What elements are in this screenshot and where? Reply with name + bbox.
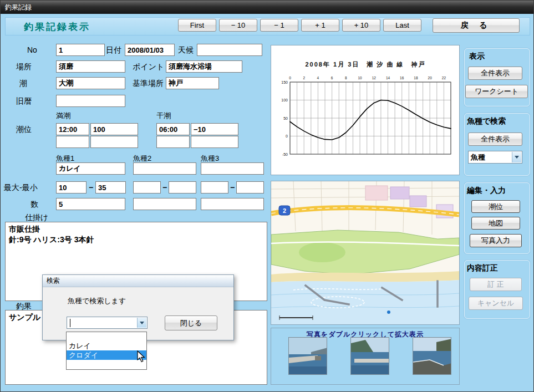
dropdown-option-kurodai[interactable]: クロダイ [67, 350, 146, 360]
tide-chart-title: 2008年 1月 3日 潮 汐 曲 線 神戸 [306, 61, 426, 68]
photo-thumbnail-1[interactable] [288, 337, 327, 375]
photo1-image [289, 338, 327, 375]
tide-level-label: 潮位 [16, 125, 32, 135]
min3-input[interactable] [201, 181, 228, 194]
map-district-purple2 [410, 196, 426, 207]
place-input[interactable] [56, 60, 125, 73]
svg-text:0: 0 [289, 76, 291, 80]
search-dialog-message: 魚種で検索します [68, 296, 126, 306]
svg-text:10: 10 [358, 76, 362, 80]
high-tide-time2-input[interactable] [56, 136, 89, 148]
search-show-all-button[interactable]: 全件表示 [468, 133, 522, 146]
min1-input[interactable] [56, 181, 87, 194]
photo-thumbnail-3[interactable] [413, 337, 451, 375]
route-2-shield: 2 [279, 206, 290, 215]
point-input[interactable] [166, 60, 242, 73]
place-label: 場所 [16, 62, 32, 72]
count3-input[interactable] [201, 198, 264, 210]
species2-input[interactable] [133, 162, 196, 175]
route-2-shield-number: 2 [283, 207, 286, 214]
low-tide-level-input[interactable] [191, 123, 238, 135]
edit-photo-button[interactable]: 写真入力 [470, 234, 522, 247]
minmax-dash2: − [162, 183, 167, 192]
svg-text:150: 150 [281, 80, 288, 84]
search-dialog-title: 検索 [47, 276, 60, 286]
low-tide-level2-input[interactable] [191, 136, 238, 148]
count1-input[interactable] [56, 198, 125, 210]
count2-input[interactable] [133, 198, 196, 210]
map-marker-dot [387, 310, 390, 314]
nav-minus10-button[interactable]: − 10 [219, 19, 257, 32]
high-tide-time-input[interactable] [56, 123, 89, 135]
date-label: 日付 [106, 45, 121, 55]
max3-input[interactable] [236, 181, 264, 194]
tide-chart-svg: 2008年 1月 3日 潮 汐 曲 線 神戸 150100500-5002468… [271, 45, 459, 175]
show-all-button[interactable]: 全件表示 [468, 67, 522, 80]
high-tide-label: 満潮 [56, 111, 70, 121]
nav-first-button[interactable]: First [178, 19, 216, 32]
tide-chart-image: 2008年 1月 3日 潮 汐 曲 線 神戸 150100500-5002468… [271, 45, 460, 175]
edit-tide-level-button[interactable]: 潮位 [471, 200, 520, 213]
species1-input[interactable] [56, 162, 125, 175]
tide-input[interactable] [56, 77, 125, 89]
svg-text:0: 0 [286, 134, 288, 138]
worksheet-button[interactable]: ワークシート [465, 85, 528, 98]
date-input[interactable] [125, 44, 175, 56]
nav-plus1-button[interactable]: + 1 [301, 19, 339, 32]
svg-text:6: 6 [331, 76, 333, 80]
low-tide-time2-input[interactable] [156, 136, 190, 148]
no-input[interactable] [56, 44, 105, 56]
dropdown-option-blank[interactable] [67, 332, 146, 341]
close-dialog-button[interactable]: 閉じる [165, 315, 217, 330]
nav-plus10-button[interactable]: + 10 [342, 19, 380, 32]
nav-last-button[interactable]: Last [383, 19, 421, 32]
high-tide-level2-input[interactable] [90, 136, 138, 148]
app-window: 釣果記録 釣果記録表示 First − 10 − 1 + 1 + 10 Last… [0, 0, 534, 392]
map-district-purple1 [390, 187, 409, 199]
low-tide-time-input[interactable] [156, 123, 190, 135]
display-group-label: 表示 [469, 52, 485, 62]
svg-text:20: 20 [428, 76, 433, 80]
correction-group-label: 内容訂正 [467, 263, 498, 273]
correct-button[interactable]: 訂 正 [470, 278, 522, 291]
min2-input[interactable] [133, 181, 161, 194]
sidebar-species-combobox[interactable]: 魚種 [468, 151, 522, 164]
sidebar-species-dropdown-button[interactable] [512, 152, 521, 162]
edit-map-button[interactable]: 地図 [471, 217, 520, 230]
chevron-down-icon [140, 322, 144, 324]
edit-group-label: 編集・入力 [467, 186, 506, 196]
search-dialog: 検索 魚種で検索します 閉じる [42, 274, 234, 340]
chevron-down-icon [515, 156, 519, 159]
svg-text:12: 12 [372, 76, 377, 80]
map-park-inner [299, 242, 345, 262]
svg-text:100: 100 [281, 98, 288, 102]
max1-input[interactable] [95, 181, 126, 194]
sidebar-species-combobox-value: 魚種 [471, 152, 485, 162]
dropdown-option-karei[interactable]: カレイ [67, 341, 146, 350]
svg-text:14: 14 [386, 76, 390, 80]
weather-input[interactable] [197, 44, 262, 56]
base-place-label: 基準場所 [133, 79, 164, 89]
cancel-button[interactable]: キャンセル [469, 297, 523, 310]
back-button[interactable]: 戻 る [433, 18, 520, 33]
dialog-species-dropdown-button[interactable] [137, 318, 146, 328]
dialog-species-combobox[interactable] [67, 317, 148, 329]
base-place-input[interactable] [166, 77, 219, 89]
species3-input[interactable] [201, 162, 264, 175]
old-calendar-label: 旧暦 [16, 96, 32, 106]
species-search-group-label: 魚種で検索 [467, 116, 506, 126]
nav-minus1-button[interactable]: − 1 [260, 19, 298, 32]
old-calendar-input[interactable] [56, 95, 125, 107]
species-dropdown-list: カレイ クロダイ [66, 332, 147, 370]
tide-label: 潮 [19, 79, 27, 89]
svg-text:-50: -50 [282, 152, 288, 156]
max2-input[interactable] [169, 181, 196, 194]
high-tide-level-input[interactable] [90, 123, 138, 135]
title-bar[interactable]: 釣果記録 [1, 1, 533, 14]
text-caret [70, 319, 70, 327]
photo-thumbnail-2[interactable] [350, 337, 389, 375]
svg-text:50: 50 [283, 116, 288, 120]
search-dialog-titlebar[interactable]: 検索 [43, 275, 233, 287]
minmax-dash1: − [89, 183, 93, 192]
minmax-label: 最大-最小 [4, 183, 38, 193]
